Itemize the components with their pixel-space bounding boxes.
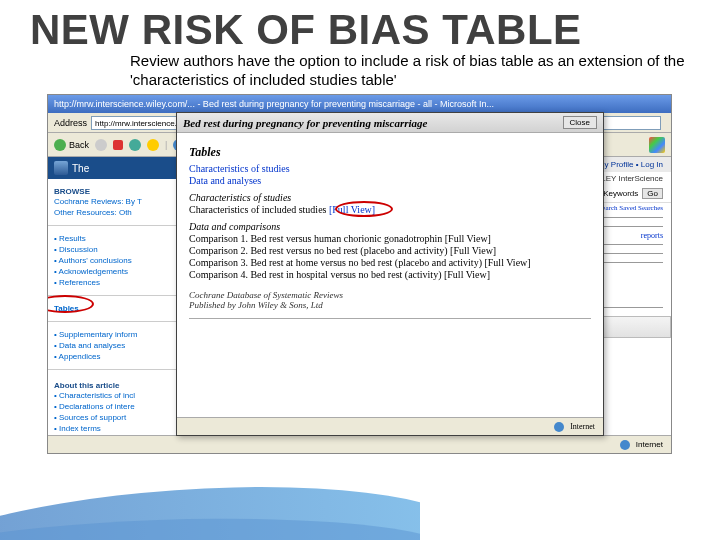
globe-icon (554, 422, 564, 432)
nav-supp-info[interactable]: • Supplementary inform (54, 329, 173, 340)
brand-text: The (72, 163, 89, 174)
popup-status-bar: Internet (177, 417, 603, 435)
cos-subsection-heading: Characteristics of studies (189, 192, 591, 203)
nav-index-terms[interactable]: • Index terms (54, 423, 173, 433)
about-heading: About this article (54, 381, 173, 390)
brand-bar: The (48, 157, 179, 179)
back-button[interactable]: Back (54, 139, 89, 151)
dac-subsection-heading: Data and comparisons (189, 221, 591, 232)
nav-references[interactable]: • References (54, 277, 173, 288)
windows-flag-icon (649, 137, 665, 153)
browse-link-other[interactable]: Other Resources: Oth (54, 207, 173, 218)
decorative-swoosh (0, 470, 420, 540)
tables-popup: Bed rest during pregnancy for preventing… (176, 112, 604, 436)
comparison-2[interactable]: Comparison 2. Bed rest versus no bed res… (189, 245, 591, 256)
nav-results[interactable]: • Results (54, 233, 173, 244)
popup-citation-2: Published by John Wiley & Sons, Ltd (189, 300, 591, 310)
cos-included-line: Characteristics of included studies (189, 204, 326, 215)
popup-citation-1: Cochrane Database of Systematic Reviews (189, 290, 591, 300)
tables-heading: Tables (189, 145, 591, 160)
link-characteristics-studies[interactable]: Characteristics of studies (189, 163, 290, 174)
nav-appendices[interactable]: • Appendices (54, 351, 173, 362)
status-text: Internet (636, 440, 663, 449)
nav-data-analyses[interactable]: • Data and analyses (54, 340, 173, 351)
left-sidebar: The BROWSE Cochrane Reviews: By T Other … (48, 157, 180, 433)
window-title-text: http://mrw.interscience.wiley.com/... - … (54, 99, 494, 109)
comparison-4[interactable]: Comparison 4. Bed rest in hospital versu… (189, 269, 591, 280)
window-titlebar: http://mrw.interscience.wiley.com/... - … (48, 95, 671, 113)
stop-icon[interactable] (113, 140, 123, 150)
globe-icon (620, 440, 630, 450)
go-button[interactable]: Go (642, 188, 663, 199)
nav-acknowledgements[interactable]: • Acknowledgements (54, 266, 173, 277)
status-bar: Internet (48, 435, 671, 453)
nav-authors-conclusions[interactable]: • Authors' conclusions (54, 255, 173, 266)
nav-sources-support[interactable]: • Sources of support (54, 412, 173, 423)
nav-discussion[interactable]: • Discussion (54, 244, 173, 255)
browse-link-reviews[interactable]: Cochrane Reviews: By T (54, 196, 173, 207)
refresh-icon[interactable] (129, 139, 141, 151)
home-icon[interactable] (147, 139, 159, 151)
popup-title: Bed rest during pregnancy for preventing… (183, 117, 427, 129)
full-view-link-cos[interactable]: [Full View] (329, 204, 375, 215)
cochrane-logo-icon (54, 161, 68, 175)
browse-heading: BROWSE (54, 187, 173, 196)
nav-characteristics[interactable]: • Characteristics of incl (54, 390, 173, 401)
popup-body: Tables Characteristics of studies Data a… (177, 133, 603, 329)
back-icon (54, 139, 66, 151)
close-button[interactable]: Close (563, 116, 597, 129)
slide-title: NEW RISK OF BIAS TABLE (0, 0, 720, 54)
forward-icon[interactable] (95, 139, 107, 151)
nav-declarations[interactable]: • Declarations of intere (54, 401, 173, 412)
address-label: Address (54, 118, 87, 128)
link-data-analyses[interactable]: Data and analyses (189, 175, 261, 186)
popup-status-text: Internet (570, 422, 595, 431)
nav-tables[interactable]: Tables (54, 303, 173, 314)
popup-titlebar: Bed rest during pregnancy for preventing… (177, 113, 603, 133)
slide-subtitle: Review authors have the option to includ… (0, 52, 720, 90)
comparison-3[interactable]: Comparison 3. Bed rest at home versus no… (189, 257, 591, 268)
comparison-1[interactable]: Comparison 1. Bed rest versus human chor… (189, 233, 591, 244)
